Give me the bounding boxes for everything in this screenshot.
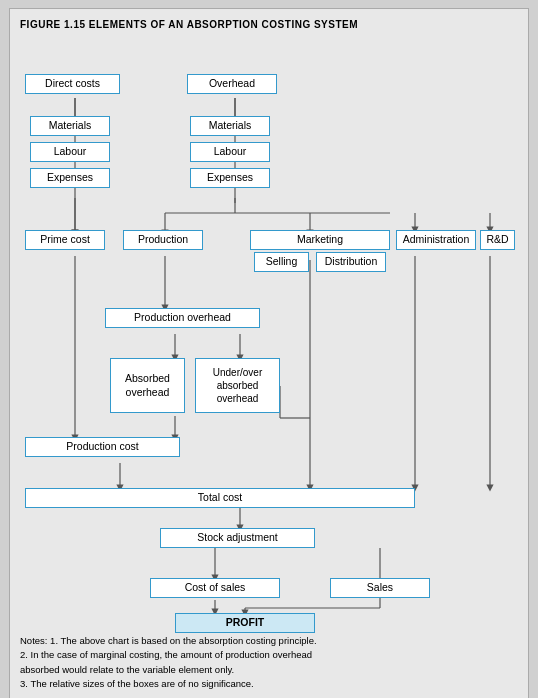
diagram: Direct costs Overhead Materials Labour E… [20,38,520,628]
rd-box: R&D [480,230,515,250]
sales-box: Sales [330,578,430,598]
overhead-box: Overhead [187,74,277,94]
total-cost-box: Total cost [25,488,415,508]
note-4: 3. The relative sizes of the boxes are o… [20,677,518,691]
notes-section: Notes: 1. The above chart is based on th… [20,634,518,691]
cost-of-sales-box: Cost of sales [150,578,280,598]
absorbed-overhead-box: Absorbed overhead [110,358,185,413]
direct-costs-box: Direct costs [25,74,120,94]
note-1: Notes: 1. The above chart is based on th… [20,634,518,648]
production-cost-box: Production cost [25,437,180,457]
profit-box: PROFIT [175,613,315,633]
distribution-box: Distribution [316,252,386,272]
oh-materials: Materials [190,116,270,136]
marketing-box: Marketing [250,230,390,250]
figure-title: FIGURE 1.15 ELEMENTS OF AN ABSORPTION CO… [20,19,518,30]
oh-expenses: Expenses [190,168,270,188]
note-2: 2. In the case of marginal costing, the … [20,648,518,662]
dc-labour: Labour [30,142,110,162]
note-3: absorbed would relate to the variable el… [20,663,518,677]
production-box: Production [123,230,203,250]
dc-expenses: Expenses [30,168,110,188]
administration-box: Administration [396,230,476,250]
dc-materials: Materials [30,116,110,136]
prime-cost-box: Prime cost [25,230,105,250]
selling-box: Selling [254,252,309,272]
production-overhead-box: Production overhead [105,308,260,328]
under-over-box: Under/over absorbed overhead [195,358,280,413]
oh-labour: Labour [190,142,270,162]
stock-adjustment-box: Stock adjustment [160,528,315,548]
